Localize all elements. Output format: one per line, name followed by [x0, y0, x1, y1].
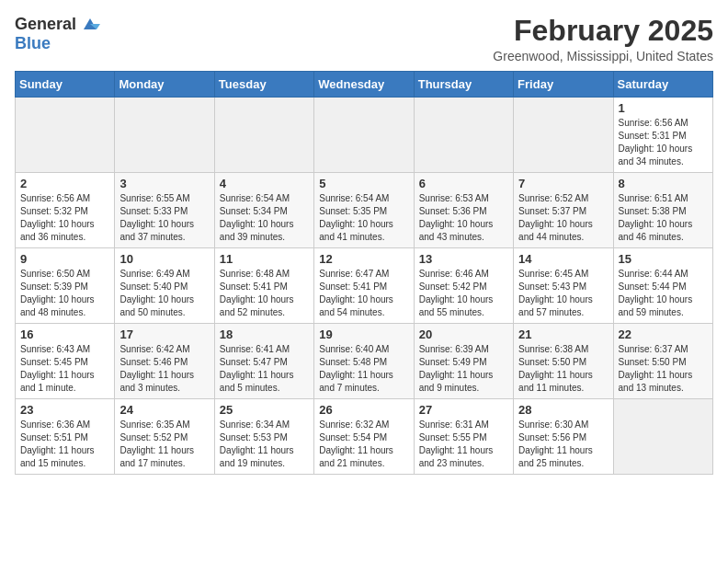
calendar-cell: 3Sunrise: 6:55 AM Sunset: 5:33 PM Daylig… — [115, 173, 214, 248]
day-info: Sunrise: 6:32 AM Sunset: 5:54 PM Dayligh… — [319, 419, 408, 470]
calendar-week-row: 23Sunrise: 6:36 AM Sunset: 5:51 PM Dayli… — [16, 399, 713, 475]
day-number: 25 — [220, 403, 309, 417]
day-info: Sunrise: 6:50 AM Sunset: 5:39 PM Dayligh… — [20, 268, 109, 319]
page-header: General Blue February 2025 Greenwood, Mi… — [15, 15, 713, 63]
day-number: 28 — [518, 403, 608, 417]
day-number: 23 — [20, 403, 109, 417]
calendar-cell: 6Sunrise: 6:53 AM Sunset: 5:36 PM Daylig… — [414, 173, 513, 248]
day-info: Sunrise: 6:30 AM Sunset: 5:56 PM Dayligh… — [518, 419, 608, 470]
calendar-cell — [16, 98, 115, 173]
calendar-cell — [514, 98, 613, 173]
title-area: February 2025 Greenwood, Mississippi, Un… — [493, 15, 713, 63]
day-number: 14 — [518, 252, 608, 266]
day-info: Sunrise: 6:56 AM Sunset: 5:31 PM Dayligh… — [619, 117, 708, 168]
day-number: 12 — [319, 252, 408, 266]
day-number: 13 — [419, 252, 508, 266]
calendar-cell: 24Sunrise: 6:35 AM Sunset: 5:52 PM Dayli… — [115, 399, 214, 475]
day-number: 18 — [220, 327, 309, 341]
day-number: 26 — [319, 403, 408, 417]
calendar-cell: 11Sunrise: 6:48 AM Sunset: 5:41 PM Dayli… — [214, 248, 313, 324]
day-info: Sunrise: 6:49 AM Sunset: 5:40 PM Dayligh… — [119, 268, 209, 319]
logo-icon — [80, 17, 100, 33]
day-info: Sunrise: 6:37 AM Sunset: 5:50 PM Dayligh… — [619, 343, 708, 395]
day-info: Sunrise: 6:44 AM Sunset: 5:44 PM Dayligh… — [619, 268, 708, 319]
day-info: Sunrise: 6:40 AM Sunset: 5:48 PM Dayligh… — [319, 343, 408, 395]
month-title: February 2025 — [493, 15, 713, 47]
calendar-cell: 10Sunrise: 6:49 AM Sunset: 5:40 PM Dayli… — [115, 248, 214, 324]
logo: General Blue — [15, 15, 100, 53]
day-number: 20 — [419, 327, 508, 341]
weekday-header: Monday — [115, 72, 214, 98]
day-number: 5 — [319, 177, 408, 190]
day-info: Sunrise: 6:51 AM Sunset: 5:38 PM Dayligh… — [619, 192, 708, 244]
day-info: Sunrise: 6:38 AM Sunset: 5:50 PM Dayligh… — [518, 343, 608, 395]
day-number: 11 — [220, 252, 309, 266]
day-number: 9 — [20, 252, 109, 266]
day-number: 2 — [20, 177, 109, 190]
day-info: Sunrise: 6:31 AM Sunset: 5:55 PM Dayligh… — [419, 419, 508, 470]
calendar-cell: 1Sunrise: 6:56 AM Sunset: 5:31 PM Daylig… — [613, 98, 712, 173]
calendar-cell — [314, 98, 414, 173]
day-info: Sunrise: 6:52 AM Sunset: 5:37 PM Dayligh… — [518, 192, 608, 244]
calendar-cell: 5Sunrise: 6:54 AM Sunset: 5:35 PM Daylig… — [314, 173, 414, 248]
calendar-cell: 23Sunrise: 6:36 AM Sunset: 5:51 PM Dayli… — [16, 399, 115, 475]
calendar-cell: 7Sunrise: 6:52 AM Sunset: 5:37 PM Daylig… — [514, 173, 613, 248]
day-info: Sunrise: 6:56 AM Sunset: 5:32 PM Dayligh… — [20, 192, 109, 244]
calendar-week-row: 9Sunrise: 6:50 AM Sunset: 5:39 PM Daylig… — [16, 248, 713, 324]
day-info: Sunrise: 6:39 AM Sunset: 5:49 PM Dayligh… — [419, 343, 508, 395]
calendar: SundayMondayTuesdayWednesdayThursdayFrid… — [15, 71, 713, 475]
day-number: 6 — [419, 177, 508, 190]
calendar-cell: 14Sunrise: 6:45 AM Sunset: 5:43 PM Dayli… — [514, 248, 613, 324]
calendar-cell: 28Sunrise: 6:30 AM Sunset: 5:56 PM Dayli… — [514, 399, 613, 475]
calendar-cell: 4Sunrise: 6:54 AM Sunset: 5:34 PM Daylig… — [214, 173, 313, 248]
day-info: Sunrise: 6:45 AM Sunset: 5:43 PM Dayligh… — [518, 268, 608, 319]
calendar-cell: 9Sunrise: 6:50 AM Sunset: 5:39 PM Daylig… — [16, 248, 115, 324]
day-info: Sunrise: 6:36 AM Sunset: 5:51 PM Dayligh… — [20, 419, 109, 470]
day-number: 16 — [20, 327, 109, 341]
day-info: Sunrise: 6:34 AM Sunset: 5:53 PM Dayligh… — [220, 419, 309, 470]
calendar-cell: 26Sunrise: 6:32 AM Sunset: 5:54 PM Dayli… — [314, 399, 414, 475]
calendar-cell: 2Sunrise: 6:56 AM Sunset: 5:32 PM Daylig… — [16, 173, 115, 248]
day-number: 10 — [119, 252, 209, 266]
day-number: 19 — [319, 327, 408, 341]
day-info: Sunrise: 6:55 AM Sunset: 5:33 PM Dayligh… — [119, 192, 209, 244]
calendar-cell: 12Sunrise: 6:47 AM Sunset: 5:41 PM Dayli… — [314, 248, 414, 324]
day-number: 15 — [619, 252, 708, 266]
day-number: 24 — [119, 403, 209, 417]
calendar-cell: 18Sunrise: 6:41 AM Sunset: 5:47 PM Dayli… — [214, 324, 313, 399]
weekday-header: Thursday — [414, 72, 513, 98]
day-number: 22 — [619, 327, 708, 341]
calendar-cell: 16Sunrise: 6:43 AM Sunset: 5:45 PM Dayli… — [16, 324, 115, 399]
day-number: 17 — [119, 327, 209, 341]
calendar-week-row: 2Sunrise: 6:56 AM Sunset: 5:32 PM Daylig… — [16, 173, 713, 248]
weekday-header-row: SundayMondayTuesdayWednesdayThursdayFrid… — [16, 72, 713, 98]
calendar-cell: 20Sunrise: 6:39 AM Sunset: 5:49 PM Dayli… — [414, 324, 513, 399]
calendar-cell: 19Sunrise: 6:40 AM Sunset: 5:48 PM Dayli… — [314, 324, 414, 399]
calendar-cell: 17Sunrise: 6:42 AM Sunset: 5:46 PM Dayli… — [115, 324, 214, 399]
location: Greenwood, Mississippi, United States — [493, 49, 713, 63]
calendar-cell: 8Sunrise: 6:51 AM Sunset: 5:38 PM Daylig… — [613, 173, 712, 248]
calendar-week-row: 1Sunrise: 6:56 AM Sunset: 5:31 PM Daylig… — [16, 98, 713, 173]
calendar-cell — [414, 98, 513, 173]
day-info: Sunrise: 6:54 AM Sunset: 5:35 PM Dayligh… — [319, 192, 408, 244]
calendar-cell: 25Sunrise: 6:34 AM Sunset: 5:53 PM Dayli… — [214, 399, 313, 475]
calendar-cell — [115, 98, 214, 173]
calendar-cell: 15Sunrise: 6:44 AM Sunset: 5:44 PM Dayli… — [613, 248, 712, 324]
day-number: 27 — [419, 403, 508, 417]
day-info: Sunrise: 6:54 AM Sunset: 5:34 PM Dayligh… — [220, 192, 309, 244]
day-info: Sunrise: 6:43 AM Sunset: 5:45 PM Dayligh… — [20, 343, 109, 395]
calendar-week-row: 16Sunrise: 6:43 AM Sunset: 5:45 PM Dayli… — [16, 324, 713, 399]
day-number: 21 — [518, 327, 608, 341]
day-info: Sunrise: 6:48 AM Sunset: 5:41 PM Dayligh… — [220, 268, 309, 319]
day-number: 7 — [518, 177, 608, 190]
day-number: 8 — [619, 177, 708, 190]
day-number: 1 — [619, 101, 708, 115]
day-number: 4 — [220, 177, 309, 190]
weekday-header: Wednesday — [314, 72, 414, 98]
day-info: Sunrise: 6:41 AM Sunset: 5:47 PM Dayligh… — [220, 343, 309, 395]
calendar-cell: 13Sunrise: 6:46 AM Sunset: 5:42 PM Dayli… — [414, 248, 513, 324]
day-info: Sunrise: 6:46 AM Sunset: 5:42 PM Dayligh… — [419, 268, 508, 319]
weekday-header: Friday — [514, 72, 613, 98]
day-number: 3 — [119, 177, 209, 190]
calendar-cell: 21Sunrise: 6:38 AM Sunset: 5:50 PM Dayli… — [514, 324, 613, 399]
